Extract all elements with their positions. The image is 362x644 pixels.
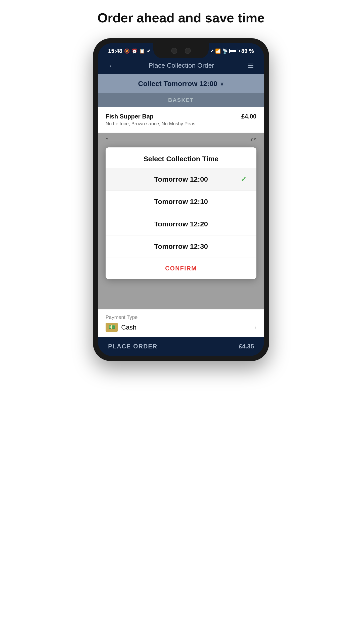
dimmed-label: P... bbox=[106, 138, 111, 142]
basket-area: Fish Supper Bap No Lettuce, Brown sauce,… bbox=[98, 107, 264, 309]
front-sensor bbox=[185, 48, 191, 54]
menu-button[interactable]: ☰ bbox=[248, 61, 254, 70]
nfc-icon: 📋 bbox=[139, 48, 145, 54]
collection-time-modal: Select Collection Time Tomorrow 12:00 ✓ … bbox=[106, 147, 256, 279]
chevron-right-icon: › bbox=[254, 324, 256, 331]
basket-item-price: £4.00 bbox=[241, 113, 256, 120]
modal-title: Select Collection Time bbox=[106, 147, 256, 168]
payment-label: Payment Type bbox=[106, 314, 256, 320]
dimmed-price: £ 5 bbox=[251, 138, 256, 142]
collect-bar[interactable]: Collect Tomorrow 12:00 ∨ bbox=[98, 74, 264, 93]
cash-icon: 💵 bbox=[106, 323, 118, 332]
status-left: 15:48 🔕 ⏰ 📋 ✔ bbox=[108, 48, 151, 54]
time-option-label-0: Tomorrow 12:00 bbox=[154, 175, 208, 183]
status-right: ↗ 📶 📡 89 % bbox=[210, 48, 254, 54]
basket-item-notes: No Lettuce, Brown sauce, No Mushy Peas bbox=[106, 121, 195, 127]
time-display: 15:48 bbox=[108, 48, 122, 54]
time-option-label-1: Tomorrow 12:10 bbox=[154, 198, 208, 206]
page-title: Order ahead and save time bbox=[98, 10, 265, 26]
mute-icon: 🔕 bbox=[124, 48, 130, 54]
place-order-bar[interactable]: PLACE ORDER £4.35 bbox=[98, 337, 264, 356]
basket-label: BASKET bbox=[98, 93, 264, 107]
time-option-label-3: Tomorrow 12:30 bbox=[154, 243, 208, 251]
dimmed-row: P... £ 5 bbox=[98, 133, 264, 147]
place-order-label: PLACE ORDER bbox=[108, 343, 158, 350]
battery-percent: 89 % bbox=[241, 48, 254, 54]
battery-icon bbox=[229, 49, 240, 53]
basket-item: Fish Supper Bap No Lettuce, Brown sauce,… bbox=[98, 107, 264, 133]
time-option-2[interactable]: Tomorrow 12:20 bbox=[106, 213, 256, 235]
confirm-button[interactable]: CONFIRM bbox=[106, 258, 256, 279]
time-option-label-2: Tomorrow 12:20 bbox=[154, 220, 208, 228]
cash-emoji: 💵 bbox=[108, 324, 115, 331]
payment-method: Cash bbox=[121, 324, 137, 331]
front-camera bbox=[171, 48, 177, 54]
signal-icon: 📶 bbox=[215, 48, 221, 54]
notch bbox=[153, 43, 209, 58]
location-icon: ↗ bbox=[210, 48, 214, 54]
nav-bar: ← Place Collection Order ☰ bbox=[98, 57, 264, 74]
basket-item-name: Fish Supper Bap bbox=[106, 113, 195, 120]
dim-overlay: P... £ 5 Select Collection Time Tomorrow… bbox=[98, 133, 264, 309]
time-option-1[interactable]: Tomorrow 12:10 bbox=[106, 190, 256, 213]
time-option-3[interactable]: Tomorrow 12:30 bbox=[106, 235, 256, 258]
nav-title: Place Collection Order bbox=[149, 62, 214, 69]
collect-text: Collect Tomorrow 12:00 bbox=[138, 80, 217, 88]
phone-frame: 15:48 🔕 ⏰ 📋 ✔ ↗ 📶 📡 89 % bbox=[93, 38, 269, 361]
check-icon: ✔ bbox=[147, 48, 151, 54]
chevron-down-icon: ∨ bbox=[220, 80, 224, 87]
dim-space bbox=[98, 279, 264, 309]
payment-row[interactable]: 💵 Cash › bbox=[106, 323, 256, 332]
check-mark-icon: ✓ bbox=[241, 175, 246, 184]
payment-left: 💵 Cash bbox=[106, 323, 137, 332]
phone-screen: 15:48 🔕 ⏰ 📋 ✔ ↗ 📶 📡 89 % bbox=[98, 43, 264, 356]
wifi-icon: 📡 bbox=[222, 48, 228, 54]
basket-item-details: Fish Supper Bap No Lettuce, Brown sauce,… bbox=[106, 113, 195, 127]
time-option-0[interactable]: Tomorrow 12:00 ✓ bbox=[106, 168, 256, 190]
place-order-total: £4.35 bbox=[239, 343, 254, 350]
payment-area: Payment Type 💵 Cash › bbox=[98, 309, 264, 337]
alarm-icon: ⏰ bbox=[132, 48, 137, 54]
back-button[interactable]: ← bbox=[108, 62, 115, 70]
